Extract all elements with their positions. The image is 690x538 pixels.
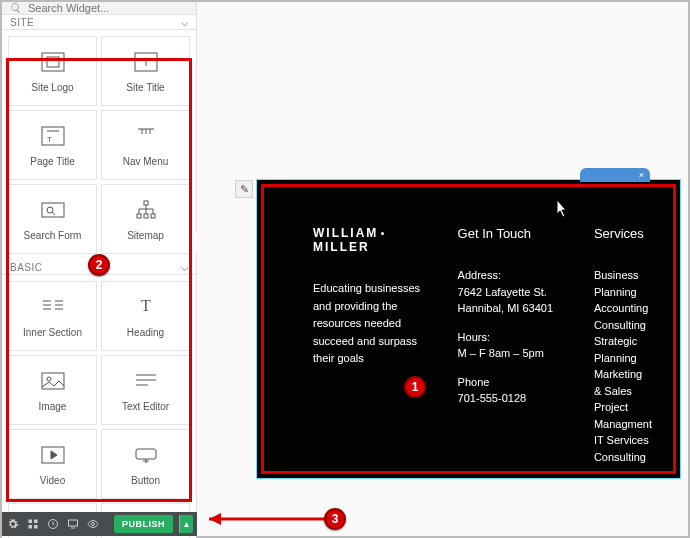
editor-canvas[interactable]: × ✎ WILLIAMMILLER Educating businesses a… [197, 2, 688, 536]
contact-heading: Get In Touch [458, 226, 564, 241]
inner-section-icon [41, 295, 65, 319]
svg-rect-40 [29, 520, 33, 524]
image-icon [41, 369, 65, 393]
svg-text:T: T [47, 135, 52, 144]
svg-rect-16 [144, 214, 148, 218]
svg-rect-41 [34, 520, 38, 524]
footer-columns: WILLIAMMILLER Educating businesses and p… [257, 180, 680, 485]
widget-search-form[interactable]: Search Form [8, 184, 97, 254]
site-logo-icon [41, 50, 65, 74]
svg-rect-4 [42, 127, 64, 145]
widget-nav-menu[interactable]: Nav Menu [101, 110, 190, 180]
widget-inner-section[interactable]: Inner Section [8, 281, 97, 351]
page-title-icon: T [41, 124, 65, 148]
widget-label: Video [40, 475, 65, 486]
svg-rect-36 [136, 449, 156, 459]
widget-image[interactable]: Image [8, 355, 97, 425]
preview-icon[interactable] [86, 517, 100, 531]
svg-rect-30 [42, 373, 64, 389]
service-item: IT Services [594, 432, 652, 449]
service-item: Consulting [594, 317, 652, 334]
address-line: 7642 Lafayette St. [458, 284, 564, 301]
widget-heading[interactable]: T Heading [101, 281, 190, 351]
site-title-icon: T [134, 50, 158, 74]
publish-options-button[interactable]: ▲ [179, 515, 193, 533]
footer-col-brand: WILLIAMMILLER Educating businesses and p… [313, 226, 428, 465]
service-item: Marketing & Sales [594, 366, 652, 399]
svg-rect-17 [151, 214, 155, 218]
chevron-down-icon: ⌵ [181, 260, 189, 274]
services-heading: Services [594, 226, 652, 241]
widget-label: Heading [127, 327, 164, 338]
footer-col-services: Services Business Planning Accounting Co… [594, 226, 652, 465]
sitemap-icon [134, 198, 158, 222]
svg-rect-43 [34, 525, 38, 529]
settings-icon[interactable] [6, 517, 20, 531]
widget-video[interactable]: Video [8, 429, 97, 499]
panel-bottom-bar: PUBLISH ▲ [2, 512, 197, 536]
section-toolbar[interactable]: × [580, 168, 650, 182]
annotation-step-2: 2 [88, 254, 110, 276]
svg-rect-42 [29, 525, 33, 529]
text-editor-icon [134, 369, 158, 393]
service-item: Consulting [594, 449, 652, 466]
widget-site-logo[interactable]: Site Logo [8, 36, 97, 106]
footer-section[interactable]: × ✎ WILLIAMMILLER Educating businesses a… [257, 180, 680, 478]
heading-icon: T [134, 295, 158, 319]
widget-text-editor[interactable]: Text Editor [101, 355, 190, 425]
search-form-icon [41, 198, 65, 222]
search-input[interactable] [28, 2, 188, 14]
section-label: SITE [10, 17, 34, 28]
annotation-step-1: 1 [404, 376, 426, 398]
widget-grid-basic: Inner Section T Heading Image Text Edito… [2, 275, 196, 538]
chevron-down-icon: ⌵ [181, 15, 189, 29]
widget-label: Text Editor [122, 401, 169, 412]
svg-line-13 [52, 212, 55, 215]
service-item: Accounting [594, 300, 652, 317]
widget-label: Page Title [30, 156, 74, 167]
service-item: Business Planning [594, 267, 652, 300]
service-item: Project Managment [594, 399, 652, 432]
widget-label: Sitemap [127, 230, 164, 241]
widget-sitemap[interactable]: Sitemap [101, 184, 190, 254]
widget-page-title[interactable]: T Page Title [8, 110, 97, 180]
publish-label: PUBLISH [122, 519, 165, 529]
brand-tagline: Educating businesses and providing the r… [313, 280, 428, 368]
close-icon[interactable]: × [639, 170, 644, 180]
address-label: Address: [458, 267, 564, 284]
button-icon [134, 443, 158, 467]
widget-site-title[interactable]: T Site Title [101, 36, 190, 106]
svg-point-31 [47, 377, 51, 381]
hours-label: Hours: [458, 329, 564, 346]
widget-label: Site Title [126, 82, 164, 93]
svg-rect-0 [42, 53, 64, 71]
widget-label: Search Form [24, 230, 82, 241]
widget-button[interactable]: Button [101, 429, 190, 499]
svg-text:T: T [142, 57, 148, 68]
brand-first: WILLIAM [313, 226, 378, 240]
widget-label: Nav Menu [123, 156, 169, 167]
video-icon [41, 443, 65, 467]
search-widget-row [2, 2, 196, 15]
navigator-icon[interactable] [26, 517, 40, 531]
svg-rect-45 [69, 520, 78, 526]
address-line: Hannibal, MI 63401 [458, 300, 564, 317]
brand-last: MILLER [313, 240, 370, 254]
widget-label: Button [131, 475, 160, 486]
svg-rect-15 [137, 214, 141, 218]
section-edit-handle[interactable]: ✎ [235, 180, 253, 198]
svg-point-47 [92, 523, 95, 526]
service-item: Strategic Planning [594, 333, 652, 366]
history-icon[interactable] [46, 517, 60, 531]
responsive-icon[interactable] [66, 517, 80, 531]
widget-label: Inner Section [23, 327, 82, 338]
search-icon [10, 2, 22, 14]
svg-text:T: T [141, 297, 151, 314]
hours-value: M – F 8am – 5pm [458, 345, 564, 362]
footer-col-contact: Get In Touch Address: 7642 Lafayette St.… [458, 226, 564, 465]
dot-icon [381, 232, 384, 235]
svg-rect-1 [47, 57, 59, 67]
publish-button[interactable]: PUBLISH [114, 515, 173, 533]
section-header-site[interactable]: SITE ⌵ [2, 15, 196, 30]
section-label: BASIC [10, 262, 43, 273]
